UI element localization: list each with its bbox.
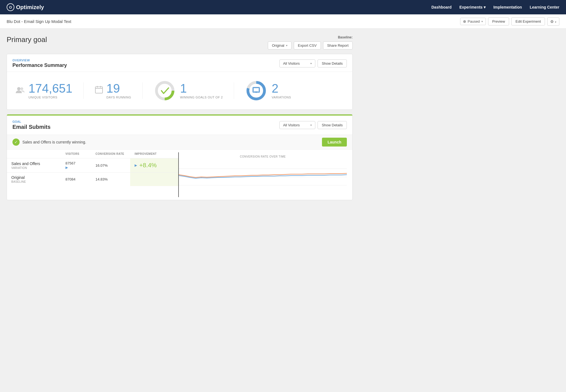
days-running-stat: 19 DAYS RUNNING bbox=[95, 82, 131, 99]
goal-table-left: VISITORS CONVERSION RATE IMPROVEMENT Sal… bbox=[7, 150, 178, 200]
baseline-value: Original bbox=[272, 43, 284, 48]
winning-text: ✓ Sales and Offers is currently winning. bbox=[12, 138, 86, 146]
nav-learning-center[interactable]: Learning Center bbox=[530, 5, 559, 9]
status-button[interactable]: Paused ▾ bbox=[460, 18, 486, 25]
overview-label-group: OVERVIEW Performance Summary bbox=[12, 59, 67, 68]
chevron-down-icon: ▾ bbox=[310, 62, 312, 65]
primary-goal-header: Primary goal Baseline: Original ▾ Export… bbox=[7, 35, 353, 49]
row-improvement-cell-original bbox=[130, 173, 178, 186]
status-dot bbox=[463, 20, 466, 23]
days-running-label: DAYS RUNNING bbox=[106, 96, 131, 99]
logo-icon: O bbox=[7, 3, 14, 11]
subheader: Blu Dot - Email Sign Up Modal Text Pause… bbox=[0, 14, 566, 29]
show-details-button-goal[interactable]: Show Details bbox=[318, 121, 347, 129]
settings-button[interactable]: ⚙ ▾ bbox=[547, 17, 559, 26]
visitors-filter-value: All Visitors bbox=[283, 61, 300, 66]
stat-divider-1 bbox=[83, 82, 84, 99]
logo: O Optimizely bbox=[7, 3, 44, 11]
visitors-dropdown[interactable]: All Visitors ▾ bbox=[279, 59, 315, 67]
overview-header: OVERVIEW Performance Summary All Visitor… bbox=[7, 54, 352, 72]
primary-goal-controls: Baseline: Original ▾ Export CSV Share Re… bbox=[268, 35, 353, 49]
visitors-value: 87567 bbox=[65, 161, 75, 165]
nav-implementation[interactable]: Implementation bbox=[493, 5, 522, 9]
nav-links: Dashboard Experiments ▾ Implementation L… bbox=[431, 5, 559, 9]
unique-visitors-values: 174,651 UNIQUE VISITORS bbox=[28, 82, 72, 99]
winning-goals-label: WINNING GOALS OUT OF 2 bbox=[180, 96, 223, 99]
goal-card: GOAL Email Submits All Visitors ▾ Show D… bbox=[7, 114, 353, 200]
table-header-row: VISITORS CONVERSION RATE IMPROVEMENT bbox=[7, 150, 178, 158]
goal-label-group: GOAL Email Submits bbox=[12, 120, 51, 130]
baseline-label: Baseline: bbox=[338, 35, 353, 39]
table-row: Original BASELINE 87084 14.83% bbox=[7, 173, 178, 186]
export-csv-button[interactable]: Export CSV bbox=[294, 41, 321, 49]
col-improvement: IMPROVEMENT bbox=[130, 150, 178, 158]
goal-table-container: VISITORS CONVERSION RATE IMPROVEMENT Sal… bbox=[7, 150, 352, 200]
goal-table: VISITORS CONVERSION RATE IMPROVEMENT Sal… bbox=[7, 150, 178, 186]
edit-experiment-button[interactable]: Edit Experiment bbox=[511, 17, 545, 25]
svg-point-0 bbox=[17, 87, 20, 90]
goal-section-label: GOAL bbox=[12, 120, 51, 123]
original-name: Original bbox=[11, 175, 57, 180]
chevron-down-icon: ▾ bbox=[555, 20, 556, 23]
stats-row: 174,651 UNIQUE VISITORS 19 DAY bbox=[7, 72, 352, 109]
controls-row: Original ▾ Export CSV Share Report bbox=[268, 41, 353, 49]
variation-sub-label: VARIATION bbox=[11, 166, 57, 169]
unique-visitors-count: 174,651 bbox=[28, 82, 72, 95]
primary-goal-title: Primary goal bbox=[7, 35, 47, 44]
variations-count: 2 bbox=[272, 82, 291, 95]
nav-experiments[interactable]: Experiments ▾ bbox=[459, 5, 486, 9]
variations-donut bbox=[245, 80, 267, 102]
row-visitors-cell: 87567 ▶ bbox=[61, 158, 91, 173]
calendar-icon bbox=[95, 85, 103, 96]
experiment-title: Blu Dot - Email Sign Up Modal Text bbox=[7, 19, 71, 24]
share-report-button[interactable]: Share Report bbox=[323, 41, 353, 49]
visitors-icon bbox=[15, 86, 25, 96]
row-conversion-cell: 16.07% bbox=[91, 158, 130, 173]
improvement-value: +8.4% bbox=[139, 162, 157, 169]
winning-goals-count: 1 bbox=[180, 82, 223, 95]
unique-visitors-label: UNIQUE VISITORS bbox=[28, 96, 72, 99]
logo-text: Optimizely bbox=[16, 4, 44, 11]
stat-divider-2 bbox=[142, 82, 143, 99]
goal-visitors-dropdown[interactable]: All Visitors ▾ bbox=[279, 121, 315, 129]
col-name bbox=[7, 150, 61, 158]
goal-controls: All Visitors ▾ Show Details bbox=[279, 121, 347, 129]
stat-divider-3 bbox=[234, 82, 234, 99]
overview-section-label: OVERVIEW bbox=[12, 59, 67, 62]
conversion-chart bbox=[179, 160, 347, 194]
winning-goals-values: 1 WINNING GOALS OUT OF 2 bbox=[180, 82, 223, 99]
row-name-cell: Original BASELINE bbox=[7, 173, 61, 186]
show-details-button-overview[interactable]: Show Details bbox=[318, 59, 347, 67]
expand-improvement-button[interactable]: ▶ bbox=[135, 163, 137, 167]
row-conversion-cell-original: 14.83% bbox=[91, 173, 130, 186]
row-visitors-cell-original: 87084 bbox=[61, 173, 91, 186]
variations-label: VARIATIONS bbox=[272, 96, 291, 99]
svg-point-1 bbox=[20, 87, 23, 90]
subheader-actions: Paused ▾ Preview Edit Experiment ⚙ ▾ bbox=[460, 17, 559, 26]
baseline-dropdown[interactable]: Original ▾ bbox=[268, 41, 292, 49]
overview-controls: All Visitors ▾ Show Details bbox=[279, 59, 347, 67]
chevron-down-icon: ▾ bbox=[310, 124, 312, 127]
overview-card: OVERVIEW Performance Summary All Visitor… bbox=[7, 54, 353, 110]
launch-button[interactable]: Launch bbox=[322, 138, 347, 147]
table-row: Sales and Offers VARIATION 87567 ▶ 16.07… bbox=[7, 158, 178, 173]
unique-visitors-stat: 174,651 UNIQUE VISITORS bbox=[15, 82, 72, 99]
goal-header: GOAL Email Submits All Visitors ▾ Show D… bbox=[7, 116, 352, 135]
chart-title: CONVERSION RATE OVER TIME bbox=[179, 155, 347, 158]
row-name-cell: Sales and Offers VARIATION bbox=[7, 158, 61, 173]
col-conversion: CONVERSION RATE bbox=[91, 150, 130, 158]
expand-visitors-button[interactable]: ▶ bbox=[65, 166, 68, 169]
nav-dashboard[interactable]: Dashboard bbox=[431, 5, 452, 9]
chevron-down-icon: ▾ bbox=[481, 20, 483, 23]
svg-rect-2 bbox=[95, 87, 103, 93]
variations-stat: 2 VARIATIONS bbox=[245, 80, 291, 102]
status-label: Paused bbox=[468, 19, 480, 23]
preview-button[interactable]: Preview bbox=[488, 17, 509, 25]
row-improvement-cell: ▶ +8.4% bbox=[130, 158, 178, 173]
col-visitors: VISITORS bbox=[61, 150, 91, 158]
variations-values: 2 VARIATIONS bbox=[272, 82, 291, 99]
variation-name: Sales and Offers bbox=[11, 161, 57, 166]
gear-icon: ⚙ bbox=[550, 19, 554, 24]
days-running-count: 19 bbox=[106, 82, 131, 95]
improvement-container: ▶ +8.4% bbox=[135, 162, 174, 169]
